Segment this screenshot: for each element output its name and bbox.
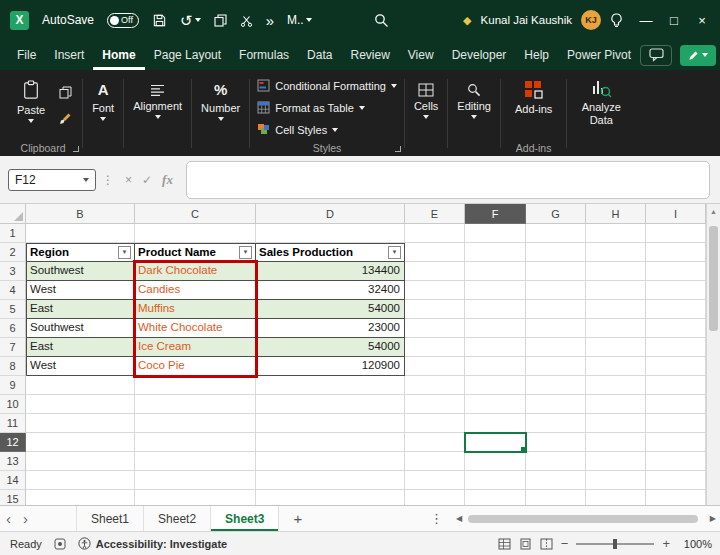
- normal-view-button[interactable]: [498, 538, 511, 550]
- zoom-level[interactable]: 100%: [678, 538, 712, 550]
- cell-I6[interactable]: [646, 319, 706, 338]
- cell-C6[interactable]: White Chocolate: [135, 319, 256, 338]
- document-title-dropdown[interactable]: M..: [287, 14, 312, 26]
- cell-G10[interactable]: [526, 395, 586, 414]
- cell-C3[interactable]: Dark Chocolate: [135, 262, 256, 281]
- cell-G5[interactable]: [526, 300, 586, 319]
- menu-tab-developer[interactable]: Developer: [443, 40, 516, 70]
- row-header-7[interactable]: 7: [0, 338, 26, 357]
- vertical-scrollbar[interactable]: ▲: [706, 204, 720, 505]
- col-header-c[interactable]: C: [135, 204, 256, 224]
- row-header-9[interactable]: 9: [0, 376, 26, 395]
- cell-C11[interactable]: [135, 414, 256, 433]
- scroll-up-icon[interactable]: ▲: [707, 204, 720, 218]
- menu-tab-view[interactable]: View: [399, 40, 443, 70]
- cell-H8[interactable]: [586, 357, 646, 376]
- cell-I13[interactable]: [646, 452, 706, 471]
- cell-D9[interactable]: [256, 376, 405, 395]
- cell-H14[interactable]: [586, 471, 646, 490]
- enter-button[interactable]: ✓: [142, 173, 152, 187]
- menu-tab-help[interactable]: Help: [515, 40, 558, 70]
- cell-D12[interactable]: [256, 433, 405, 452]
- cell-I14[interactable]: [646, 471, 706, 490]
- cell-B1[interactable]: [26, 224, 135, 243]
- cell-F8[interactable]: [465, 357, 526, 376]
- menu-tab-home[interactable]: Home: [93, 40, 144, 70]
- cell-I8[interactable]: [646, 357, 706, 376]
- cell-C5[interactable]: Muffins: [135, 300, 256, 319]
- cell-G11[interactable]: [526, 414, 586, 433]
- accessibility-checker-button[interactable]: Accessibility: Investigate: [78, 537, 227, 550]
- cell-F13[interactable]: [465, 452, 526, 471]
- search-button[interactable]: [374, 13, 389, 32]
- cell-D8[interactable]: 120900: [256, 357, 405, 376]
- cell-C12[interactable]: [135, 433, 256, 452]
- user-name[interactable]: Kunal Jai Kaushik: [481, 14, 572, 26]
- dialog-launcher-icon[interactable]: [395, 146, 401, 152]
- row-header-8[interactable]: 8: [0, 357, 26, 376]
- cell-H1[interactable]: [586, 224, 646, 243]
- cell-H6[interactable]: [586, 319, 646, 338]
- cell-E12[interactable]: [405, 433, 465, 452]
- cell-styles-button[interactable]: Cell Styles: [257, 119, 397, 140]
- cell-D6[interactable]: 23000: [256, 319, 405, 338]
- cell-C9[interactable]: [135, 376, 256, 395]
- cell-E8[interactable]: [405, 357, 465, 376]
- menu-tab-review[interactable]: Review: [341, 40, 398, 70]
- add-ins-button[interactable]: Add-ins: [508, 75, 559, 115]
- autosave-toggle[interactable]: Off: [107, 13, 139, 28]
- cell-E1[interactable]: [405, 224, 465, 243]
- cell-H2[interactable]: [586, 243, 646, 262]
- cell-E3[interactable]: [405, 262, 465, 281]
- alignment-button[interactable]: Alignment: [126, 73, 189, 156]
- insert-function-button[interactable]: fx: [162, 172, 173, 188]
- cell-H9[interactable]: [586, 376, 646, 395]
- filter-button[interactable]: ▼: [239, 246, 252, 259]
- row-header-4[interactable]: 4: [0, 281, 26, 300]
- cell-D13[interactable]: [256, 452, 405, 471]
- cell-I5[interactable]: [646, 300, 706, 319]
- cell-B2[interactable]: Region▼: [26, 243, 135, 262]
- cell-G2[interactable]: [526, 243, 586, 262]
- cell-I10[interactable]: [646, 395, 706, 414]
- cell-D5[interactable]: 54000: [256, 300, 405, 319]
- col-header-i[interactable]: I: [646, 204, 706, 224]
- cell-B7[interactable]: East: [26, 338, 135, 357]
- copy-button[interactable]: [214, 14, 227, 27]
- row-header-12[interactable]: 12: [0, 433, 26, 452]
- scroll-right-icon[interactable]: ▶: [710, 514, 716, 523]
- cell-F9[interactable]: [465, 376, 526, 395]
- col-header-h[interactable]: H: [586, 204, 646, 224]
- col-header-d[interactable]: D: [256, 204, 405, 224]
- font-button[interactable]: A Font: [85, 73, 121, 156]
- cell-F15[interactable]: [465, 490, 526, 505]
- copy-button[interactable]: [55, 83, 75, 101]
- cancel-button[interactable]: ×: [125, 173, 132, 187]
- cell-H10[interactable]: [586, 395, 646, 414]
- vertical-scrollbar-thumb[interactable]: [709, 226, 718, 331]
- row-header-6[interactable]: 6: [0, 319, 26, 338]
- cell-B12[interactable]: [26, 433, 135, 452]
- cell-I11[interactable]: [646, 414, 706, 433]
- cell-G14[interactable]: [526, 471, 586, 490]
- cell-B5[interactable]: East: [26, 300, 135, 319]
- cell-I3[interactable]: [646, 262, 706, 281]
- sheet-tab-sheet1[interactable]: Sheet1: [77, 506, 144, 531]
- row-header-3[interactable]: 3: [0, 262, 26, 281]
- analyze-data-button[interactable]: Analyze Data: [569, 73, 633, 156]
- comments-button[interactable]: [640, 45, 672, 66]
- cell-F2[interactable]: [465, 243, 526, 262]
- avatar[interactable]: KJ: [581, 10, 601, 30]
- cell-B10[interactable]: [26, 395, 135, 414]
- dialog-launcher-icon[interactable]: [73, 146, 79, 152]
- cell-H12[interactable]: [586, 433, 646, 452]
- cell-D1[interactable]: [256, 224, 405, 243]
- cell-C4[interactable]: Candies: [135, 281, 256, 300]
- cell-E5[interactable]: [405, 300, 465, 319]
- cell-D11[interactable]: [256, 414, 405, 433]
- cell-D2[interactable]: Sales Production▼: [256, 243, 405, 262]
- cell-I15[interactable]: [646, 490, 706, 505]
- col-header-e[interactable]: E: [405, 204, 465, 224]
- cell-G12[interactable]: [526, 433, 586, 452]
- cell-E13[interactable]: [405, 452, 465, 471]
